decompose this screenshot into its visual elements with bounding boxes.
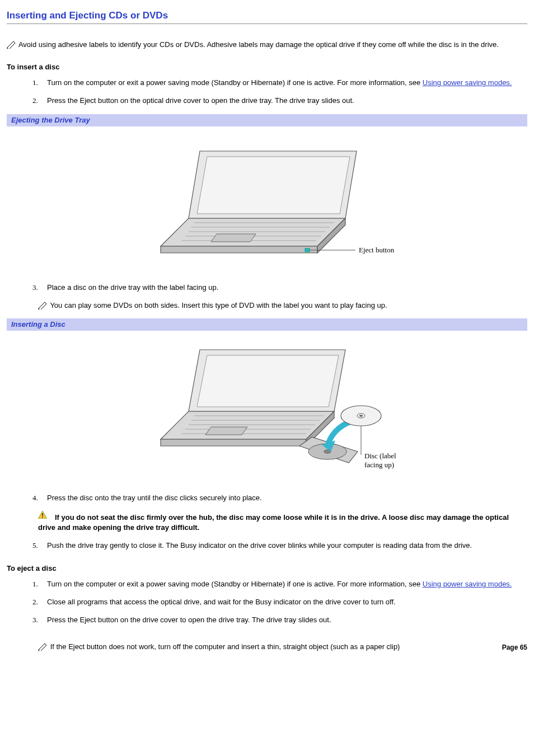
insert-steps: 1. Turn on the computer or exit a power …: [7, 78, 527, 106]
step-text: Turn on the computer or exit a power sav…: [47, 78, 423, 87]
eject-step-2: 2. Close all programs that access the op…: [7, 597, 527, 607]
step-number: 5.: [32, 541, 38, 551]
power-saving-link-2[interactable]: Using power saving modes.: [423, 580, 512, 588]
step-text: Push the drive tray gently to close it. …: [47, 541, 472, 550]
figure1-label: Eject button: [359, 246, 395, 254]
step-number: 1.: [32, 579, 38, 589]
top-note-text: Avoid using adhesive labels to identify …: [18, 40, 499, 49]
note-pencil-icon: [38, 302, 48, 309]
svg-text:!: !: [41, 513, 43, 519]
note-pencil-icon: [38, 643, 48, 651]
step-number: 4.: [32, 493, 38, 503]
svg-marker-13: [161, 411, 334, 439]
eject-steps: 1. Turn on the computer or exit a power …: [7, 579, 527, 626]
page-number: Page 65: [502, 643, 527, 652]
step-number: 2.: [32, 96, 38, 106]
svg-marker-8: [211, 234, 256, 242]
svg-marker-21: [205, 427, 247, 435]
insert-steps-cont3: 5. Push the drive tray gently to close i…: [7, 541, 527, 551]
eject-note: If the Eject button does not work, turn …: [38, 642, 527, 652]
figure2-caption: Inserting a Disc: [7, 318, 527, 331]
figure2-label-line1: Disc (label: [364, 452, 396, 460]
step3-note-text: You can play some DVDs on both sides. In…: [50, 301, 387, 309]
insert-steps-cont: 3. Place a disc on the drive tray with t…: [7, 283, 527, 293]
figure-eject-tray: Eject button: [7, 126, 527, 283]
step-number: 3.: [32, 615, 38, 625]
step4-warning-text: If you do not seat the disc firmly over …: [38, 513, 509, 532]
step-text: Press the Eject button on the optical dr…: [47, 96, 354, 105]
step-number: 1.: [32, 78, 38, 88]
step4-warning: ! If you do not seat the disc firmly ove…: [38, 511, 527, 533]
svg-rect-11: [305, 248, 310, 252]
eject-heading: To eject a disc: [7, 564, 527, 574]
step-number: 3.: [32, 283, 38, 293]
eject-step-1: 1. Turn on the computer or exit a power …: [7, 579, 527, 589]
svg-marker-23: [197, 355, 339, 407]
insert-step-2: 2. Press the Eject button on the optical…: [7, 96, 527, 106]
step-text: Close all programs that access the optic…: [47, 598, 396, 606]
step-text: Press the Eject button on the drive cove…: [47, 616, 331, 624]
page-footer: If the Eject button does not work, turn …: [7, 642, 527, 652]
step-number: 2.: [32, 597, 38, 607]
insert-heading: To insert a disc: [7, 62, 527, 72]
figure-insert-disc: Disc (label facing up): [7, 331, 527, 492]
top-note-block: Avoid using adhesive labels to identify …: [7, 40, 527, 50]
insert-step-1: 1. Turn on the computer or exit a power …: [7, 78, 527, 88]
step-text: Place a disc on the drive tray with the …: [47, 283, 218, 292]
insert-step-4: 4. Press the disc onto the tray until th…: [7, 493, 527, 503]
power-saving-link[interactable]: Using power saving modes.: [423, 78, 512, 87]
step3-note: You can play some DVDs on both sides. In…: [38, 300, 527, 311]
step-text: Press the disc onto the tray until the d…: [47, 494, 262, 502]
insert-step-5: 5. Push the drive tray gently to close i…: [7, 541, 527, 551]
insert-step-3: 3. Place a disc on the drive tray with t…: [7, 283, 527, 293]
insert-steps-cont2: 4. Press the disc onto the tray until th…: [7, 493, 527, 503]
svg-marker-14: [161, 439, 306, 446]
note-pencil-icon: [7, 41, 17, 49]
svg-point-30: [359, 415, 363, 417]
step-text: Turn on the computer or exit a power sav…: [47, 580, 423, 588]
eject-step-3: 3. Press the Eject button on the drive c…: [7, 615, 527, 625]
warning-triangle-icon: !: [38, 511, 47, 522]
eject-note-text: If the Eject button does not work, turn …: [50, 642, 400, 651]
svg-marker-10: [197, 157, 350, 214]
figure2-label-line2: facing up): [364, 461, 394, 469]
figure1-caption: Ejecting the Drive Tray: [7, 114, 527, 126]
svg-marker-1: [161, 246, 317, 253]
svg-marker-0: [161, 218, 345, 246]
page-title: Inserting and Ejecting CDs or DVDs: [7, 9, 527, 24]
